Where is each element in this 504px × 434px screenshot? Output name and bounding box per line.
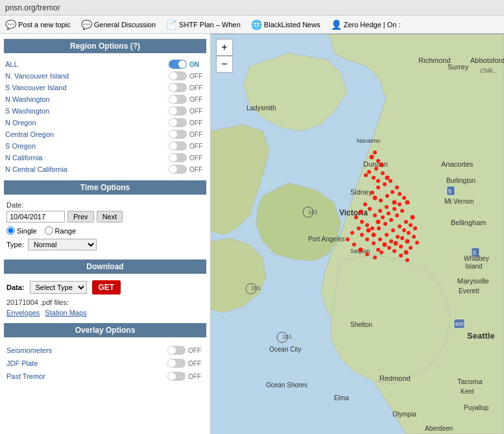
date-label: Date: <box>6 201 204 209</box>
svg-point-125 <box>404 250 409 255</box>
svg-point-118 <box>413 226 417 230</box>
svg-text:Olympia: Olympia <box>392 411 416 418</box>
zoom-out-button[interactable]: − <box>216 56 233 73</box>
toggle-n-washington[interactable] <box>169 95 187 104</box>
toggle-n-california[interactable] <box>169 153 187 162</box>
zoom-in-button[interactable]: + <box>216 39 233 56</box>
overlay-row-seismometers: Seismometers OFF <box>6 344 204 357</box>
svg-text:Surrey: Surrey <box>448 63 469 71</box>
main-container: Region Options (?) ALL ON N. Vancouver I… <box>0 34 504 434</box>
bookmark-blacklisted-news[interactable]: 🌐 BlackListed News <box>248 18 323 31</box>
svg-point-86 <box>389 218 393 222</box>
toggle-jdf-plate[interactable] <box>167 359 186 368</box>
type-select[interactable]: Normal Low Frequency All <box>28 239 97 250</box>
shtf-icon: 📄 <box>166 19 177 30</box>
toggle-container-n-washington: OFF <box>169 95 205 104</box>
map-container[interactable]: + − 101 <box>211 34 504 434</box>
svg-point-53 <box>376 179 380 183</box>
get-button[interactable]: GET <box>92 280 121 295</box>
svg-point-121 <box>399 245 403 248</box>
svg-point-84 <box>400 209 404 213</box>
toggle-n-vancouver-island[interactable] <box>169 71 187 80</box>
bookmark-shtf[interactable]: 📄 SHTF Plan – When <box>163 18 243 31</box>
toggle-seismometers[interactable] <box>167 346 186 355</box>
svg-point-95 <box>411 215 415 220</box>
toggle-n-oregon[interactable] <box>169 118 187 127</box>
next-button[interactable]: Next <box>97 211 123 223</box>
svg-point-46 <box>373 151 377 154</box>
region-row-n-vancouver-island: N. Vancouver Island OFF <box>5 70 205 82</box>
svg-text:Abbotsford: Abbotsford <box>470 56 504 64</box>
svg-text:405: 405 <box>455 321 464 327</box>
overlay-name-past-tremor: Past Tremor <box>6 372 167 380</box>
region-list: ALL ON N. Vancouver Island OFF S Vancouv… <box>0 56 210 178</box>
toggle-all[interactable] <box>169 60 187 69</box>
svg-point-92 <box>391 228 395 232</box>
svg-point-64 <box>395 186 399 189</box>
sidebar: Region Options (?) ALL ON N. Vancouver I… <box>0 34 211 434</box>
svg-point-103 <box>365 237 369 241</box>
svg-point-85 <box>395 213 399 217</box>
region-row-n-california: N California OFF <box>5 152 205 163</box>
download-header: Download <box>4 259 206 274</box>
single-radio[interactable] <box>6 226 15 235</box>
type-label: Type: <box>6 241 24 248</box>
svg-text:Victoria: Victoria <box>339 208 368 217</box>
svg-point-72 <box>359 210 363 215</box>
bookmark-post-topic[interactable]: 💬 Post a new topic <box>3 18 73 31</box>
svg-point-98 <box>396 235 400 239</box>
bookmark-general-discussion-label: General Discussion <box>94 21 156 29</box>
range-radio[interactable] <box>45 226 53 235</box>
date-input[interactable] <box>6 211 65 223</box>
svg-point-106 <box>357 226 361 230</box>
bookmark-post-topic-label: Post a new topic <box>18 21 71 29</box>
overlay-row-past-tremor: Past Tremor OFF <box>6 370 204 383</box>
toggle-label-n-california: OFF <box>189 154 205 162</box>
svg-text:Kent: Kent <box>461 388 474 395</box>
data-select[interactable]: Select Type <box>30 281 87 294</box>
svg-point-73 <box>354 215 358 219</box>
svg-text:Ocean City: Ocean City <box>269 346 301 353</box>
blacklisted-news-icon: 🌐 <box>251 19 262 30</box>
svg-point-108 <box>346 237 350 241</box>
bookmark-general-discussion[interactable]: 💬 General Discussion <box>78 18 158 31</box>
bookmark-zero-hedge[interactable]: 👤 Zero Hedge | On : <box>328 18 403 31</box>
envelopes-link[interactable]: Envelopes <box>6 309 40 317</box>
region-row-s-vancouver-island: S Vancouver Island OFF <box>5 82 205 93</box>
svg-point-101 <box>376 248 380 252</box>
station-maps-link[interactable]: Station Maps <box>45 309 86 317</box>
toggle-central-oregon[interactable] <box>169 130 187 139</box>
svg-point-58 <box>376 186 380 189</box>
download-section: Data: Select Type GET 20171004 .pdf file… <box>0 276 210 320</box>
toggle-s-washington[interactable] <box>169 106 187 115</box>
toggle-label-n-central-california: OFF <box>189 166 205 173</box>
prev-button[interactable]: Prev <box>67 211 94 223</box>
toggle-container-all: ON <box>169 60 205 69</box>
svg-point-105 <box>366 228 371 233</box>
svg-text:Ladysmith: Ladysmith <box>246 104 276 112</box>
svg-point-74 <box>360 220 364 224</box>
region-row-s-oregon: S Oregon OFF <box>5 140 205 152</box>
toggle-container-n-oregon: OFF <box>169 118 205 127</box>
svg-point-112 <box>373 256 377 259</box>
svg-text:Ocean Shores: Ocean Shores <box>266 381 307 389</box>
region-row-n-oregon: N Oregon OFF <box>5 117 205 128</box>
browser-url-bar: pnsn.org/tremor <box>0 0 504 16</box>
svg-point-93 <box>398 224 402 228</box>
toggle-s-vancouver-island[interactable] <box>169 83 187 92</box>
toggle-n-central-california[interactable] <box>169 165 187 174</box>
overlay-toggle-label-seismometers: OFF <box>188 347 204 354</box>
svg-point-47 <box>376 159 380 163</box>
overlay-toggle-container-seismometers: OFF <box>167 346 204 355</box>
toggle-s-oregon[interactable] <box>169 141 187 151</box>
time-options-header: Time Options <box>4 180 206 195</box>
toggle-past-tremor[interactable] <box>167 372 186 381</box>
svg-point-119 <box>412 235 416 239</box>
toggle-container-n-central-california: OFF <box>169 165 205 174</box>
svg-point-78 <box>381 215 385 219</box>
svg-point-75 <box>365 223 369 227</box>
range-radio-label[interactable]: Range <box>45 226 76 235</box>
svg-point-104 <box>360 233 364 237</box>
region-name-n-oregon: N Oregon <box>5 119 169 127</box>
single-radio-label[interactable]: Single <box>6 226 37 235</box>
